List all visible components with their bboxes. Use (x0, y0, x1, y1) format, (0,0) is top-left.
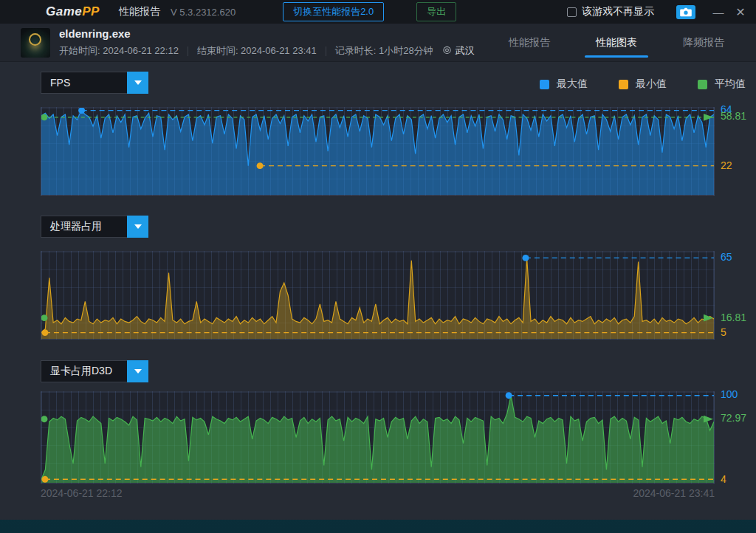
gpu-series (41, 392, 714, 483)
duration: 记录时长: 1小时28分钟 (335, 44, 433, 58)
screenshot-button[interactable] (676, 5, 695, 19)
gamepp-window: GamePP 性能报告 V 5.3.2312.620 切换至性能报告2.0 导出… (0, 0, 756, 520)
cpu-series (41, 252, 714, 339)
divider (188, 47, 188, 56)
cpu-avg-label: 16.81 (721, 312, 746, 323)
cpu-plot-area (41, 251, 715, 340)
session-info-bar: eldenring.exe 开始时间: 2024-06-21 22:12 结束时… (0, 24, 756, 62)
tab-performance-report[interactable]: 性能报告 (486, 24, 573, 62)
title-bar: GamePP 性能报告 V 5.3.2312.620 切换至性能报告2.0 导出… (0, 0, 756, 24)
charts-panel: FPS 最大值 最小值 平均值 64 58.81 22 处理器占用 65 16.… (0, 62, 756, 520)
divider (326, 47, 326, 56)
hide-game-checkbox[interactable]: 该游戏不再显示 (567, 5, 654, 18)
metric-select-gpu[interactable]: 显卡占用D3D (41, 360, 127, 382)
metric-selector-fps: FPS (41, 72, 148, 94)
fps-min-label: 22 (721, 159, 732, 171)
avg-swatch (698, 80, 707, 89)
fps-plot-area (41, 107, 715, 196)
metric-select-cpu[interactable]: 处理器占用 (41, 216, 127, 238)
minimize-button[interactable]: — (707, 6, 729, 18)
metric-selector-gpu: 显卡占用D3D (41, 360, 148, 382)
tab-performance-chart[interactable]: 性能图表 (573, 24, 660, 62)
legend-avg: 平均值 (698, 78, 746, 91)
checkbox-icon[interactable] (567, 7, 577, 17)
gpu-avg-label: 72.97 (721, 412, 746, 424)
export-button[interactable]: 导出 (416, 2, 456, 21)
chevron-down-icon (134, 224, 142, 229)
close-button[interactable]: ✕ (729, 5, 752, 19)
app-title: 性能报告 (119, 5, 160, 18)
process-name: eldenring.exe (59, 27, 131, 40)
chart-legend: 最大值 最小值 平均值 (540, 78, 746, 91)
hide-game-label: 该游戏不再显示 (582, 5, 654, 18)
location-pin-icon (442, 46, 452, 56)
max-swatch (540, 80, 549, 89)
active-tab-underline (585, 55, 648, 58)
end-time: 结束时间: 2024-06-21 23:41 (197, 44, 317, 58)
metric-selector-cpu: 处理器占用 (41, 216, 148, 238)
fps-series (41, 108, 714, 195)
version-label: V 5.3.2312.620 (171, 7, 236, 18)
report-tabs: 性能报告 性能图表 降频报告 (486, 24, 747, 62)
legend-max: 最大值 (540, 78, 588, 91)
gpu-chart: 100 72.97 4 (41, 391, 756, 484)
gpu-max-label: 100 (721, 388, 738, 400)
cpu-max-label: 65 (721, 251, 732, 263)
metric-select-fps[interactable]: FPS (41, 72, 127, 94)
fps-avg-label: 58.81 (721, 110, 746, 122)
cpu-min-label: 5 (721, 326, 726, 338)
start-time: 开始时间: 2024-06-21 22:12 (59, 44, 179, 58)
game-icon (21, 28, 50, 58)
chevron-down-icon (134, 369, 142, 374)
gpu-min-label: 4 (721, 473, 726, 485)
gamepp-logo: GamePP (46, 4, 100, 19)
legend-min: 最小值 (619, 78, 667, 91)
gpu-plot-area (41, 391, 715, 484)
location-label: 武汉 (456, 44, 475, 58)
cpu-chart: 65 16.81 5 (41, 251, 756, 340)
dropdown-button[interactable] (127, 72, 148, 94)
chevron-down-icon (134, 80, 142, 85)
axis-end-time: 2024-06-21 23:41 (41, 487, 715, 499)
dropdown-button[interactable] (127, 216, 148, 238)
min-swatch (619, 80, 628, 89)
switch-report-button[interactable]: 切换至性能报告2.0 (283, 2, 384, 21)
camera-icon (680, 7, 692, 17)
tab-throttle-report[interactable]: 降频报告 (660, 24, 747, 62)
fps-chart: 64 58.81 22 (41, 107, 756, 196)
dropdown-button[interactable] (127, 360, 148, 382)
